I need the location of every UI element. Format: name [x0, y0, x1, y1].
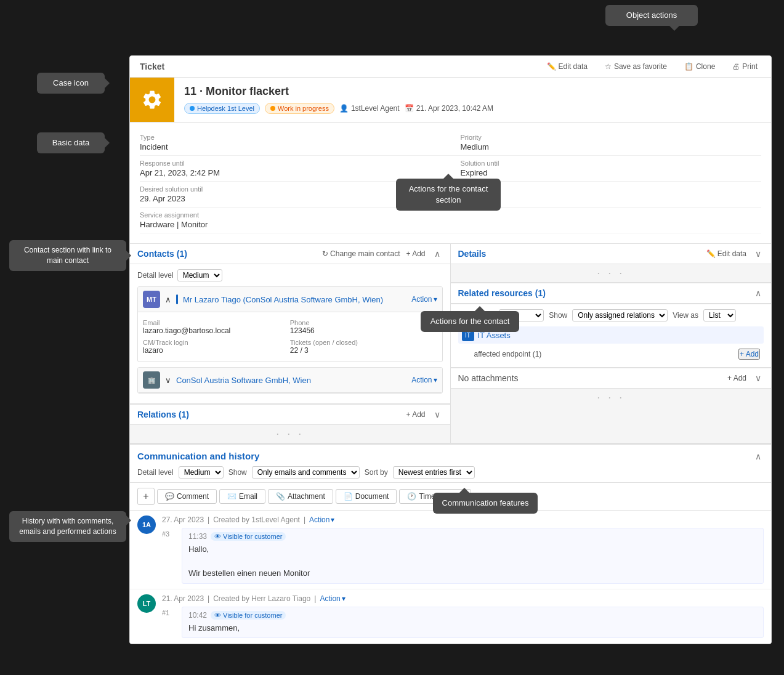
attachments-collapse-button[interactable]: ∨: [753, 373, 764, 383]
details-edit-button[interactable]: ✏️ Edit data: [706, 249, 746, 258]
chevron-down-icon-hist2: ▾: [342, 594, 346, 603]
entry-number-2: #1: [162, 609, 177, 616]
date-badge: 📅 21. Apr 2023, 10:42 AM: [405, 104, 493, 113]
ticket-badges: Helpdesk 1st Level Work in progress 👤 1s…: [184, 103, 761, 114]
details-title: Details: [458, 249, 487, 259]
clone-button[interactable]: 📋 Clone: [681, 61, 719, 72]
resource-sub-item: affected endpoint (1) + Add: [458, 346, 764, 362]
contact-2-action-button[interactable]: Action ▾: [411, 376, 437, 384]
edit-data-button[interactable]: ✏️ Edit data: [543, 61, 591, 72]
resources-view-select[interactable]: List Grid: [703, 309, 736, 321]
contact-1-avatar: MT: [143, 291, 160, 308]
chevron-down-icon-2: ▾: [434, 376, 437, 384]
entry-text-1: Hallo,Wir bestellen einen neuen Monitor: [188, 543, 757, 580]
contact-2-header: 🏢 ∨ ConSol Austria Software GmbH, Wien A…: [138, 368, 442, 393]
contacts-title: Contacts (1): [137, 249, 187, 259]
entry-number-1: #3: [162, 530, 177, 538]
comm-comment-button[interactable]: 💬 Comment: [157, 489, 217, 504]
contacts-collapse-button[interactable]: ∧: [432, 249, 443, 259]
comm-email-button[interactable]: ✉️ Email: [219, 489, 265, 504]
ticket-header-actions: ✏️ Edit data ☆ Save as favorite 📋 Clone …: [543, 61, 761, 72]
entry-body-2: 10:42 👁 Visible for customer Hi zusammen…: [182, 607, 764, 639]
change-main-contact-button[interactable]: ↻ Change main contact: [322, 249, 400, 258]
right-column: Details ✏️ Edit data ∨ · · · Related res…: [451, 244, 772, 443]
attachments-actions: + Add ∨: [727, 373, 764, 383]
response-field: Response until Apr 21, 2023, 2:42 PM: [140, 156, 451, 182]
ticket-hero: 11 · Monitor flackert Helpdesk 1st Level…: [130, 78, 771, 123]
comm-collapse-button[interactable]: ∧: [753, 451, 764, 461]
agent-badge: 👤 1stLevel Agent: [339, 104, 400, 113]
ticket-header-bar: Ticket ✏️ Edit data ☆ Save as favorite 📋…: [130, 56, 771, 78]
history-1-action-button[interactable]: Action ▾: [309, 515, 334, 524]
comm-show-select[interactable]: Only emails and comments All entries: [252, 466, 360, 479]
resources-collapse-button[interactable]: ∧: [753, 288, 764, 298]
contact-2-name-link[interactable]: ConSol Austria Software GmbH, Wien: [176, 376, 311, 385]
contact-2-expand-icon[interactable]: ∨: [165, 376, 171, 385]
add-resource-button[interactable]: + Add: [738, 349, 760, 360]
visible-badge-2: 👁 Visible for customer: [211, 611, 286, 620]
chevron-down-icon-hist1: ▾: [331, 515, 334, 524]
add-relation-button[interactable]: + Add: [406, 410, 425, 419]
tooltip-contact-section: Contact section with link to main contac…: [9, 240, 126, 271]
details-collapse-button[interactable]: ∨: [753, 249, 764, 259]
history-2-body-row: #1 10:42 👁 Visible for customer Hi zusa: [162, 607, 764, 639]
contacts-detail-level-select[interactable]: Medium Low High: [177, 269, 222, 281]
history-1-body-row: #3 11:33 👁 Visible for customer Hallo,W: [162, 528, 764, 584]
copy-icon: 📋: [684, 62, 693, 71]
comm-sort-select[interactable]: Newest entries first Oldest entries firs…: [393, 466, 475, 479]
comm-document-button[interactable]: 📄 Document: [336, 489, 397, 504]
comm-header: Communication and history ∧ Detail level…: [130, 445, 771, 483]
save-favorite-button[interactable]: ☆ Save as favorite: [601, 61, 671, 72]
resources-show-select[interactable]: Only assigned relations All relations: [572, 309, 668, 321]
star-icon: ☆: [605, 62, 612, 71]
ticket-hero-content: 11 · Monitor flackert Helpdesk 1st Level…: [174, 78, 771, 122]
contact-1-action-button[interactable]: Action ▾: [411, 295, 437, 304]
eye-icon-2: 👁: [214, 612, 221, 619]
entry-timestamp-1: 11:33 👁 Visible for customer: [188, 532, 757, 541]
history-2-action-button[interactable]: Action ▾: [320, 594, 345, 603]
tooltip-object-actions: Object actions: [605, 5, 698, 26]
two-col-layout: Contacts (1) ↻ Change main contact + Add…: [130, 244, 771, 443]
contact-1-header: MT ∧ Mr Lazaro Tiago (ConSol Austria Sof…: [138, 287, 442, 312]
agent-icon: 👤: [339, 104, 349, 113]
contact-2-avatar: 🏢: [143, 371, 160, 389]
tooltip-history: History with with comments, emails and p…: [9, 511, 126, 542]
relations-title: Relations (1): [137, 410, 189, 419]
print-button[interactable]: 🖨 Print: [729, 61, 761, 72]
contact-1-expand-icon[interactable]: ∧: [165, 295, 171, 304]
comm-attachment-button[interactable]: 📎 Attachment: [268, 489, 333, 504]
history-meta-1: 27. Apr 2023 | Created by 1stLevel Agent…: [162, 515, 764, 524]
history-entry-2: LT 21. Apr 2023 | Created by Herr Lazaro…: [130, 589, 771, 644]
relations-collapse-button[interactable]: ∨: [432, 410, 443, 419]
history-content-1: 27. Apr 2023 | Created by 1stLevel Agent…: [162, 515, 764, 584]
communication-section: Communication and history ∧ Detail level…: [130, 443, 771, 644]
gear-icon: [141, 89, 163, 111]
comm-add-button[interactable]: +: [137, 488, 155, 505]
add-contact-button[interactable]: + Add: [406, 249, 425, 258]
document-icon: 📄: [344, 492, 353, 501]
solution-field: Solution until Expired: [451, 156, 762, 182]
relations-drag-handle: · · ·: [130, 425, 450, 443]
entry-timestamp-2: 10:42 👁 Visible for customer: [188, 611, 757, 620]
email-icon: ✉️: [227, 492, 236, 501]
comment-icon: 💬: [165, 492, 174, 501]
ticket-header-title: Ticket: [140, 62, 164, 71]
contacts-section-header: Contacts (1) ↻ Change main contact + Add…: [130, 244, 450, 264]
history-avatar-2: LT: [137, 594, 156, 613]
add-attachment-button[interactable]: + Add: [727, 374, 746, 382]
comm-controls: Detail level Medium Low High Show Only e…: [137, 466, 764, 479]
contact-row-2: 🏢 ∨ ConSol Austria Software GmbH, Wien A…: [137, 367, 443, 394]
history-entry-1: 1A 27. Apr 2023 | Created by 1stLevel Ag…: [130, 511, 771, 589]
comm-detail-level-select[interactable]: Medium Low High: [179, 466, 224, 479]
details-actions: ✏️ Edit data ∨: [706, 249, 764, 259]
print-icon: 🖨: [732, 62, 740, 71]
contact-1-details: Email lazaro.tiago@bartoso.local Phone 1…: [138, 312, 442, 362]
service-field: Service assignment Hardware | Monitor: [140, 208, 761, 233]
main-content: Ticket ✏️ Edit data ☆ Save as favorite 📋…: [129, 55, 772, 644]
chevron-down-icon: ▾: [434, 295, 437, 304]
tooltip-comm-features: Communication features: [433, 493, 538, 514]
tooltip-contact-section-actions: Actions for the contact section: [396, 179, 501, 211]
contact-1-name-link[interactable]: Mr Lazaro Tiago (ConSol Austria Software…: [183, 295, 383, 304]
visible-badge-1: 👁 Visible for customer: [211, 532, 286, 541]
attachments-drag-handle: · · ·: [451, 389, 772, 406]
